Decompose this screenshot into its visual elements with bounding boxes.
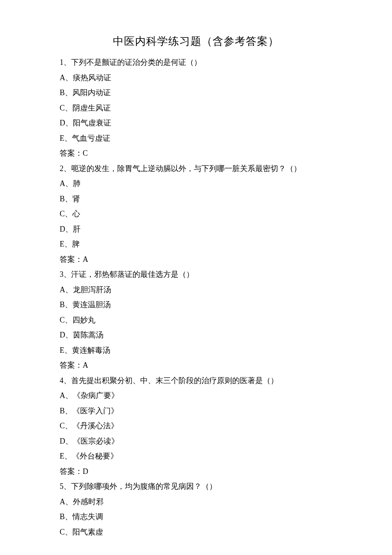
question-stem: 1、下列不是颤证的证治分类的是何证（） xyxy=(60,56,332,70)
option-e: E、脾 xyxy=(60,238,332,251)
option-c: C、四妙丸 xyxy=(60,314,332,327)
option-d: D、《医宗必读》 xyxy=(60,435,332,448)
question-stem: 4、首先提出积聚分初、中、末三个阶段的治疗原则的医著是（） xyxy=(60,374,332,388)
option-a: A、肺 xyxy=(60,177,332,191)
answer-line: 答案：C xyxy=(60,147,332,160)
option-a: A、痰热风动证 xyxy=(60,71,332,85)
option-b: B、《医学入门》 xyxy=(60,404,332,418)
option-c: C、阳气素虚 xyxy=(60,526,332,539)
question-stem: 3、汗证，邪热郁蒸证的最佳选方是（） xyxy=(60,268,332,282)
option-d: D、阳气虚衰证 xyxy=(60,116,332,130)
option-b: B、黄连温胆汤 xyxy=(60,298,332,312)
answer-line: 答案：A xyxy=(60,253,332,267)
option-e: E、《外台秘要》 xyxy=(60,450,332,463)
question-4: 4、首先提出积聚分初、中、末三个阶段的治疗原则的医著是（） A、《杂病广要》 B… xyxy=(60,374,332,479)
answer-line: 答案：D xyxy=(60,465,332,479)
question-1: 1、下列不是颤证的证治分类的是何证（） A、痰热风动证 B、风阳内动证 C、阴虚… xyxy=(60,56,332,160)
question-5: 5、下列除哪项外，均为腹痛的常见病因？（） A、外感时邪 B、情志失调 C、阳气… xyxy=(60,480,332,539)
question-2: 2、呃逆的发生，除胃气上逆动膈以外，与下列哪一脏关系最密切？（） A、肺 B、肾… xyxy=(60,162,332,267)
question-3: 3、汗证，邪热郁蒸证的最佳选方是（） A、龙胆泻肝汤 B、黄连温胆汤 C、四妙丸… xyxy=(60,268,332,372)
option-c: C、《丹溪心法》 xyxy=(60,419,332,433)
question-stem: 2、呃逆的发生，除胃气上逆动膈以外，与下列哪一脏关系最密切？（） xyxy=(60,162,332,176)
option-d: D、茵陈蒿汤 xyxy=(60,328,332,342)
option-a: A、龙胆泻肝汤 xyxy=(60,283,332,297)
option-a: A、外感时邪 xyxy=(60,495,332,509)
option-a: A、《杂病广要》 xyxy=(60,389,332,403)
question-stem: 5、下列除哪项外，均为腹痛的常见病因？（） xyxy=(60,480,332,494)
answer-line: 答案：A xyxy=(60,359,332,372)
option-c: C、阴虚生风证 xyxy=(60,102,332,115)
option-b: B、肾 xyxy=(60,192,332,206)
option-b: B、风阳内动证 xyxy=(60,86,332,100)
option-e: E、气血亏虚证 xyxy=(60,132,332,145)
option-e: E、黄连解毒汤 xyxy=(60,344,332,357)
page-title: 中医内科学练习题（含参考答案） xyxy=(60,34,332,48)
option-c: C、心 xyxy=(60,207,332,221)
option-d: D、肝 xyxy=(60,223,332,236)
option-b: B、情志失调 xyxy=(60,510,332,524)
